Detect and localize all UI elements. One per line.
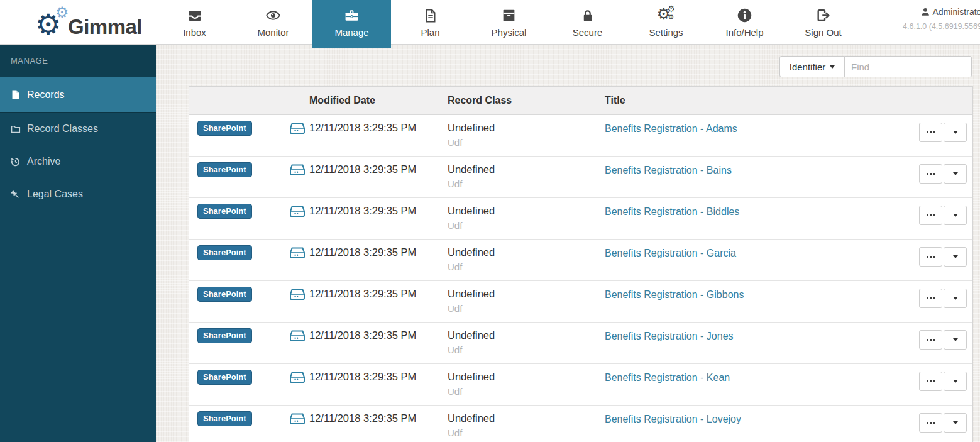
nav-tab-manage[interactable]: Manage (312, 0, 391, 48)
record-title-link[interactable]: Benefits Registration - Lovejoy (605, 414, 741, 425)
nav-tab-info-help[interactable]: Info/Help (705, 0, 784, 45)
row-dropdown-button[interactable] (944, 206, 967, 225)
table-row: SharePoint 12/11/2018 3:29:35 PM Undefin… (189, 198, 972, 240)
row-more-button[interactable] (919, 413, 942, 433)
archive-box-icon (501, 7, 517, 24)
modified-date: 12/11/2018 3:29:35 PM (309, 288, 416, 300)
record-title-link[interactable]: Benefits Registration - Kean (605, 372, 730, 384)
record-title-link[interactable]: Benefits Registration - Garcia (605, 248, 736, 259)
table-header-row: Modified Date Record Class Title (189, 87, 972, 115)
record-title-link[interactable]: Benefits Registration - Gibbons (605, 289, 744, 301)
main-nav: Inbox Monitor Manage Plan Physical (155, 0, 862, 45)
row-dropdown-button[interactable] (944, 413, 967, 433)
user-box: Administrator 4.6.1.0 (4.5.6919.5569) (903, 7, 980, 31)
logo-text: Gimmal (68, 15, 142, 39)
ellipsis-icon (927, 131, 935, 133)
user-menu[interactable]: Administrator (903, 7, 980, 17)
source-badge: SharePoint (197, 121, 252, 136)
nav-tab-label: Settings (649, 27, 683, 38)
record-class: Undefined (448, 163, 495, 175)
nav-tab-label: Physical (492, 27, 527, 38)
person-icon (921, 8, 930, 16)
sidebar-item-records[interactable]: Records (0, 77, 156, 113)
briefcase-icon (343, 7, 360, 24)
record-title-link[interactable]: Benefits Registration - Biddles (605, 206, 739, 218)
record-class-code: Udf (448, 179, 462, 189)
table-row: SharePoint 12/11/2018 3:29:35 PM Undefin… (189, 115, 972, 157)
record-class: Undefined (448, 329, 495, 341)
record-class: Undefined (448, 371, 495, 383)
sidebar-item-label: Legal Cases (27, 189, 83, 200)
row-more-button[interactable] (919, 330, 942, 350)
record-class-code: Udf (448, 345, 462, 355)
gavel-icon (9, 189, 21, 200)
sidebar-item-record-classes[interactable]: Record Classes (0, 113, 156, 145)
hdd-icon (289, 371, 306, 387)
row-dropdown-button[interactable] (944, 164, 967, 184)
row-dropdown-button[interactable] (944, 330, 967, 350)
modified-date: 12/11/2018 3:29:35 PM (309, 122, 416, 134)
nav-tab-inbox[interactable]: Inbox (155, 0, 234, 45)
row-dropdown-button[interactable] (944, 247, 967, 267)
history-icon (9, 157, 21, 167)
nav-tab-label: Info/Help (725, 27, 763, 38)
modified-date: 12/11/2018 3:29:35 PM (309, 163, 416, 175)
hdd-icon (289, 163, 306, 179)
nav-tab-label: Plan (421, 27, 439, 38)
row-more-button[interactable] (919, 247, 942, 267)
nav-tab-monitor[interactable]: Monitor (234, 0, 312, 45)
record-class: Undefined (448, 122, 495, 134)
ellipsis-icon (927, 380, 935, 382)
ellipsis-icon (927, 214, 935, 216)
nav-tab-physical[interactable]: Physical (470, 0, 548, 45)
ellipsis-icon (927, 173, 935, 175)
nav-tab-label: Manage (334, 27, 368, 38)
record-title-link[interactable]: Benefits Registration - Bains (605, 165, 732, 176)
row-more-button[interactable] (919, 289, 942, 308)
row-more-button[interactable] (919, 206, 942, 225)
filter-field-label: Identifier (790, 62, 826, 72)
row-more-button[interactable] (919, 372, 942, 391)
eye-icon (264, 7, 282, 24)
caret-down-icon (953, 338, 958, 341)
row-more-button[interactable] (919, 164, 942, 184)
sidebar-item-archive[interactable]: Archive (0, 145, 156, 178)
caret-down-icon (953, 421, 958, 424)
table-row: SharePoint 12/11/2018 3:29:35 PM Undefin… (189, 364, 972, 406)
row-actions (919, 123, 967, 142)
sidebar-item-legal-cases[interactable]: Legal Cases (0, 178, 156, 211)
record-title-link[interactable]: Benefits Registration - Adams (605, 123, 737, 135)
caret-down-icon (953, 131, 958, 134)
caret-down-icon (953, 172, 958, 175)
file-icon (9, 89, 21, 101)
row-dropdown-button[interactable] (944, 289, 967, 308)
row-dropdown-button[interactable] (944, 372, 967, 391)
nav-tab-secure[interactable]: Secure (548, 0, 627, 45)
record-title-link[interactable]: Benefits Registration - Jones (605, 331, 734, 342)
sidebar: MANAGE Records Record Classes Archive Le… (0, 45, 156, 442)
row-more-button[interactable] (919, 123, 942, 142)
table-row: SharePoint 12/11/2018 3:29:35 PM Undefin… (189, 281, 972, 323)
find-input[interactable] (844, 56, 972, 77)
sidebar-item-label: Record Classes (27, 123, 98, 135)
nav-tab-label: Inbox (183, 27, 206, 38)
record-class-code: Udf (448, 303, 462, 314)
ellipsis-icon (927, 297, 935, 299)
row-actions (919, 330, 967, 350)
record-class-code: Udf (448, 262, 462, 272)
record-class-code: Udf (448, 220, 462, 231)
nav-tab-plan[interactable]: Plan (391, 0, 470, 45)
sign-out-icon (815, 7, 831, 24)
sidebar-section-label: MANAGE (0, 45, 156, 77)
row-actions (919, 164, 967, 184)
document-icon (423, 7, 438, 24)
row-actions (919, 289, 967, 308)
nav-tab-sign-out[interactable]: Sign Out (784, 0, 862, 45)
gimmal-gear-icon: ⚙⚙ (35, 5, 70, 40)
info-icon (737, 7, 752, 24)
filter-field-dropdown[interactable]: Identifier (779, 56, 845, 77)
row-dropdown-button[interactable] (944, 123, 967, 142)
nav-tab-settings[interactable]: ⚙⚙⚙ Settings (627, 0, 705, 45)
gears-icon: ⚙⚙⚙ (657, 7, 676, 24)
gimmal-logo[interactable]: ⚙⚙ Gimmal (35, 5, 142, 40)
